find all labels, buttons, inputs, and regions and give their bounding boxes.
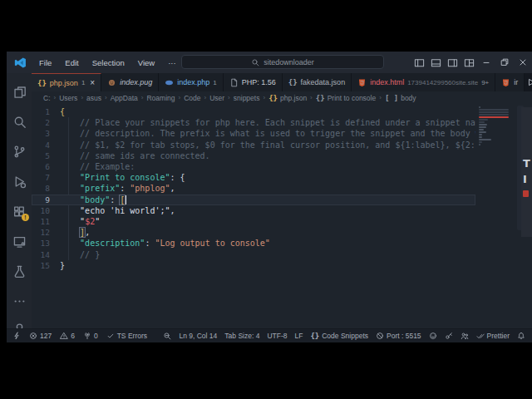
minimap-line bbox=[479, 126, 486, 128]
layout-customize-icon bbox=[464, 57, 475, 68]
ellipsis-icon bbox=[12, 294, 27, 308]
status-cursor-position[interactable]: Ln 9, Col 14 bbox=[179, 332, 217, 340]
status-remote-indicator[interactable] bbox=[12, 332, 21, 340]
code-line-12[interactable]: 12 ], bbox=[32, 227, 475, 238]
status-notifications[interactable] bbox=[517, 332, 525, 340]
activity-testing[interactable] bbox=[7, 256, 32, 286]
status-eol[interactable]: LF bbox=[294, 332, 303, 340]
status-zoom-indicator[interactable] bbox=[163, 332, 171, 340]
code-line-14[interactable]: 14 // } bbox=[32, 249, 475, 259]
layout-sidebar-right-button[interactable] bbox=[444, 52, 461, 73]
code-line-9[interactable]: 9 "body": [ bbox=[32, 195, 475, 205]
code-line-5[interactable]: 5 // same ids are connected. bbox=[32, 150, 475, 161]
activity-run-and-debug[interactable] bbox=[7, 166, 32, 196]
run-button[interactable] bbox=[525, 76, 532, 89]
status-encoding[interactable]: UTF-8 bbox=[267, 332, 287, 340]
breadcrumb-item[interactable]: [ ]body bbox=[385, 94, 416, 102]
status-ts-errors[interactable]: TS Errors bbox=[106, 332, 147, 340]
minimap[interactable] bbox=[479, 106, 510, 273]
key-icon bbox=[445, 332, 453, 340]
status-prettier[interactable]: Prettier bbox=[476, 332, 510, 340]
code-line-8[interactable]: 8 "prefix": "phplog", bbox=[32, 183, 475, 194]
tab-badge: 1 bbox=[213, 79, 216, 86]
breadcrumb-separator: › bbox=[54, 94, 57, 101]
activity-explorer[interactable] bbox=[7, 76, 32, 106]
code-line-10[interactable]: 10 "echo 'hi world';", bbox=[32, 205, 475, 216]
breadcrumb-item[interactable]: {}php.json bbox=[268, 94, 307, 102]
menu-selection[interactable]: Selection bbox=[86, 56, 131, 70]
flask-icon bbox=[12, 264, 27, 278]
search-text: sitedownloader bbox=[264, 58, 314, 66]
code-line-11[interactable]: 11 "$2" bbox=[32, 216, 475, 227]
layout-sidebar-left-button[interactable] bbox=[411, 52, 427, 73]
breadcrumb-item[interactable]: Roaming bbox=[146, 94, 175, 102]
clipped-right-panel: TI bbox=[521, 107, 532, 237]
layout-customize-button[interactable] bbox=[461, 52, 477, 73]
code-line-4[interactable]: 4 // $1, $2 for tab stops, $0 for the fi… bbox=[32, 140, 475, 150]
tab-fakedata.json[interactable]: {}fakedata.json bbox=[283, 73, 352, 91]
code-line-6[interactable]: 6 // Example: bbox=[32, 161, 475, 172]
activity-remote-explorer[interactable] bbox=[7, 226, 32, 256]
breadcrumb-separator: › bbox=[178, 94, 180, 101]
tab-ir[interactable]: ir bbox=[495, 73, 525, 91]
breadcrumb-label: AppData bbox=[111, 94, 138, 102]
status-feedback[interactable] bbox=[429, 332, 437, 340]
status-live-server-port[interactable]: Port : 5515 bbox=[376, 332, 421, 340]
menu-view[interactable]: View bbox=[132, 56, 160, 70]
tab-php.json[interactable]: {}php.json1× bbox=[32, 73, 101, 91]
code-line-13[interactable]: 13 "description": "Log output to console… bbox=[32, 238, 475, 249]
json-braces-icon: {} bbox=[288, 78, 298, 86]
activity-search[interactable] bbox=[7, 106, 32, 136]
git-icon bbox=[12, 145, 27, 159]
menu-[interactable]: ··· bbox=[162, 56, 182, 70]
code-line-2[interactable]: 2 // Place your snippets for php here. E… bbox=[32, 117, 475, 128]
window-minimize-button[interactable] bbox=[477, 52, 495, 73]
tab-php-1.56[interactable]: PHP: 1.56 bbox=[224, 73, 283, 91]
json-braces-icon: {} bbox=[37, 79, 47, 87]
activity-additional-views[interactable] bbox=[7, 286, 32, 316]
window-controls bbox=[411, 52, 532, 73]
menu-file[interactable]: File bbox=[33, 56, 57, 70]
tab-index.pug[interactable]: index.pug bbox=[101, 73, 159, 91]
breadcrumb-item[interactable]: {}Print to console bbox=[316, 94, 376, 102]
status-language-mode[interactable]: {}Code Snippets bbox=[310, 332, 368, 340]
breadcrumb-item[interactable]: C: bbox=[43, 94, 51, 102]
status-key-indicator[interactable] bbox=[445, 332, 453, 340]
breadcrumb-item[interactable]: asus bbox=[86, 94, 101, 102]
activity-source-control[interactable] bbox=[7, 136, 32, 166]
breadcrumb-item[interactable]: snippets bbox=[234, 94, 260, 102]
status-ports-indicator[interactable]: 0 bbox=[83, 332, 98, 340]
restore-icon bbox=[500, 57, 510, 67]
window-close-button[interactable] bbox=[514, 52, 532, 73]
minimap-line bbox=[479, 121, 485, 123]
breadcrumb-item[interactable]: Code bbox=[184, 94, 200, 102]
code-line-7[interactable]: 7 "Print to console": { bbox=[32, 172, 475, 183]
breadcrumb-label: C: bbox=[43, 94, 51, 102]
code-line-1[interactable]: 1{ bbox=[32, 106, 475, 117]
check-icon bbox=[106, 332, 115, 340]
breadcrumb-item[interactable]: User bbox=[209, 94, 224, 102]
breadcrumb-item[interactable]: AppData bbox=[111, 94, 138, 102]
tab-index.php[interactable]: index.php1 bbox=[159, 73, 224, 91]
tab-index.html[interactable]: index.html1739414299560site.site9+ bbox=[352, 73, 495, 91]
breadcrumb-item[interactable]: Users bbox=[59, 94, 77, 102]
status-error-count[interactable]: 127 bbox=[29, 332, 52, 340]
status-accounts-sync[interactable] bbox=[461, 332, 469, 340]
menu-edit[interactable]: Edit bbox=[59, 56, 84, 70]
php-icon bbox=[165, 78, 174, 87]
tab-label: php.json bbox=[50, 79, 78, 87]
layout-sidebar-left-icon bbox=[414, 57, 425, 68]
activity-extensions[interactable]: ! bbox=[7, 196, 32, 226]
status-warning-count[interactable]: 6 bbox=[60, 332, 75, 340]
status-label: 127 bbox=[40, 332, 52, 340]
minimap-line bbox=[479, 139, 491, 140]
status-indentation[interactable]: Tab Size: 4 bbox=[224, 332, 259, 340]
code-line-15[interactable]: 15} bbox=[32, 260, 475, 271]
layout-panel-button[interactable] bbox=[427, 52, 444, 73]
window-restore-button[interactable] bbox=[495, 52, 514, 73]
code-editor[interactable]: 1{2 // Place your snippets for php here.… bbox=[32, 104, 532, 328]
command-center-search[interactable]: sitedownloader bbox=[181, 55, 384, 69]
line-content: { bbox=[58, 107, 65, 116]
tab-close-button[interactable]: × bbox=[90, 78, 95, 87]
code-line-3[interactable]: 3 // description. The prefix is what is … bbox=[32, 128, 475, 139]
